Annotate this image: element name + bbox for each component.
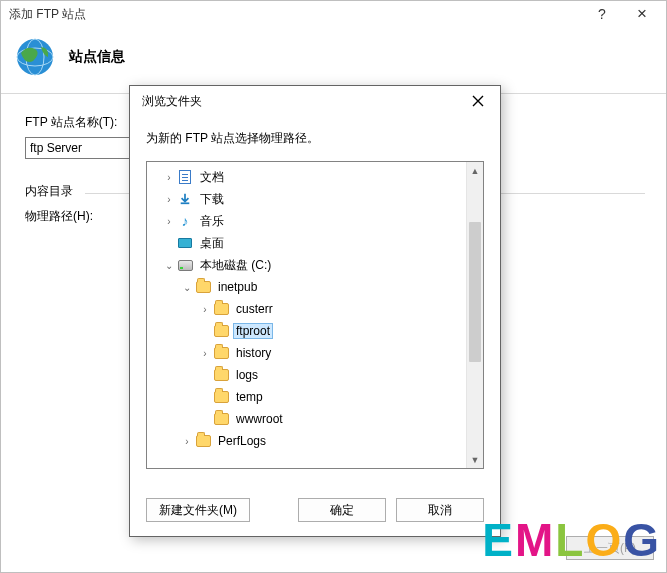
tree-item-label: 本地磁盘 (C:) bbox=[197, 256, 274, 275]
music-icon: ♪ bbox=[177, 213, 193, 229]
chevron-right-icon[interactable]: › bbox=[181, 436, 193, 447]
physical-path-label: 物理路径(H): bbox=[25, 208, 93, 225]
page-heading: 站点信息 bbox=[69, 48, 125, 66]
tree-item[interactable]: ›文档 bbox=[147, 166, 466, 188]
dialog-instruction: 为新的 FTP 站点选择物理路径。 bbox=[146, 130, 484, 147]
tree-item[interactable]: ·桌面 bbox=[147, 232, 466, 254]
tree-item-label: logs bbox=[233, 367, 261, 383]
tree-item[interactable]: ⌄本地磁盘 (C:) bbox=[147, 254, 466, 276]
folder-icon bbox=[213, 345, 229, 361]
tree-item[interactable]: ⌄inetpub bbox=[147, 276, 466, 298]
cancel-button[interactable]: 取消 bbox=[396, 498, 484, 522]
chevron-right-icon[interactable]: › bbox=[163, 194, 175, 205]
tree-item[interactable]: ›♪音乐 bbox=[147, 210, 466, 232]
chevron-right-icon[interactable]: › bbox=[163, 216, 175, 227]
folder-icon bbox=[213, 367, 229, 383]
scrollbar[interactable]: ▲ ▼ bbox=[466, 162, 483, 468]
chevron-down-icon[interactable]: ⌄ bbox=[163, 260, 175, 271]
window-header: 站点信息 bbox=[1, 27, 666, 93]
dialog-button-row: 新建文件夹(M) 确定 取消 bbox=[130, 486, 500, 536]
svg-rect-3 bbox=[181, 202, 190, 204]
tree-item-label: custerr bbox=[233, 301, 276, 317]
folder-icon bbox=[213, 389, 229, 405]
tree-item[interactable]: ·temp bbox=[147, 386, 466, 408]
scroll-up-icon[interactable]: ▲ bbox=[467, 162, 483, 179]
tree-item-label: PerfLogs bbox=[215, 433, 269, 449]
browse-folder-dialog: 浏览文件夹 为新的 FTP 站点选择物理路径。 ›文档›下载›♪音乐·桌面⌄本地… bbox=[129, 85, 501, 537]
tree-item-label: 下载 bbox=[197, 190, 227, 209]
watermark-logo: EMLOG bbox=[482, 513, 661, 567]
chevron-right-icon[interactable]: › bbox=[163, 172, 175, 183]
chevron-down-icon[interactable]: ⌄ bbox=[181, 282, 193, 293]
dialog-title: 浏览文件夹 bbox=[142, 93, 202, 110]
tree-item[interactable]: ›PerfLogs bbox=[147, 430, 466, 452]
dialog-close-button[interactable] bbox=[462, 90, 494, 112]
close-icon bbox=[472, 95, 484, 107]
tree-item[interactable]: ·wwwroot bbox=[147, 408, 466, 430]
tree-item-label: inetpub bbox=[215, 279, 260, 295]
download-icon bbox=[177, 191, 193, 207]
tree-item[interactable]: ·logs bbox=[147, 364, 466, 386]
tree-item[interactable]: ›history bbox=[147, 342, 466, 364]
folder-icon bbox=[213, 411, 229, 427]
window-titlebar: 添加 FTP 站点 ? × bbox=[1, 1, 666, 27]
scroll-thumb[interactable] bbox=[469, 222, 481, 362]
new-folder-button[interactable]: 新建文件夹(M) bbox=[146, 498, 250, 522]
tree-item[interactable]: ›下载 bbox=[147, 188, 466, 210]
tree-item-label: 文档 bbox=[197, 168, 227, 187]
folder-icon bbox=[213, 301, 229, 317]
folder-icon bbox=[213, 323, 229, 339]
globe-icon bbox=[13, 35, 57, 79]
tree-item-label: history bbox=[233, 345, 274, 361]
folder-icon bbox=[195, 279, 211, 295]
chevron-right-icon[interactable]: › bbox=[199, 348, 211, 359]
window-close-button[interactable]: × bbox=[622, 7, 662, 21]
desktop-icon bbox=[177, 235, 193, 251]
disk-icon bbox=[177, 257, 193, 273]
tree-item-label: temp bbox=[233, 389, 266, 405]
site-name-label: FTP 站点名称(T): bbox=[25, 114, 117, 131]
tree-item-label: 音乐 bbox=[197, 212, 227, 231]
folder-icon bbox=[195, 433, 211, 449]
tree-item[interactable]: ›custerr bbox=[147, 298, 466, 320]
dialog-titlebar: 浏览文件夹 bbox=[130, 86, 500, 116]
scroll-down-icon[interactable]: ▼ bbox=[467, 451, 483, 468]
tree-item-label: ftproot bbox=[233, 323, 273, 339]
tree-item[interactable]: ·ftproot bbox=[147, 320, 466, 342]
tree-item-label: wwwroot bbox=[233, 411, 286, 427]
help-button[interactable]: ? bbox=[582, 6, 622, 22]
window-title: 添加 FTP 站点 bbox=[9, 6, 86, 23]
document-icon bbox=[177, 169, 193, 185]
chevron-right-icon[interactable]: › bbox=[199, 304, 211, 315]
ok-button[interactable]: 确定 bbox=[298, 498, 386, 522]
folder-tree[interactable]: ›文档›下载›♪音乐·桌面⌄本地磁盘 (C:)⌄inetpub›custerr·… bbox=[146, 161, 484, 469]
tree-item-label: 桌面 bbox=[197, 234, 227, 253]
